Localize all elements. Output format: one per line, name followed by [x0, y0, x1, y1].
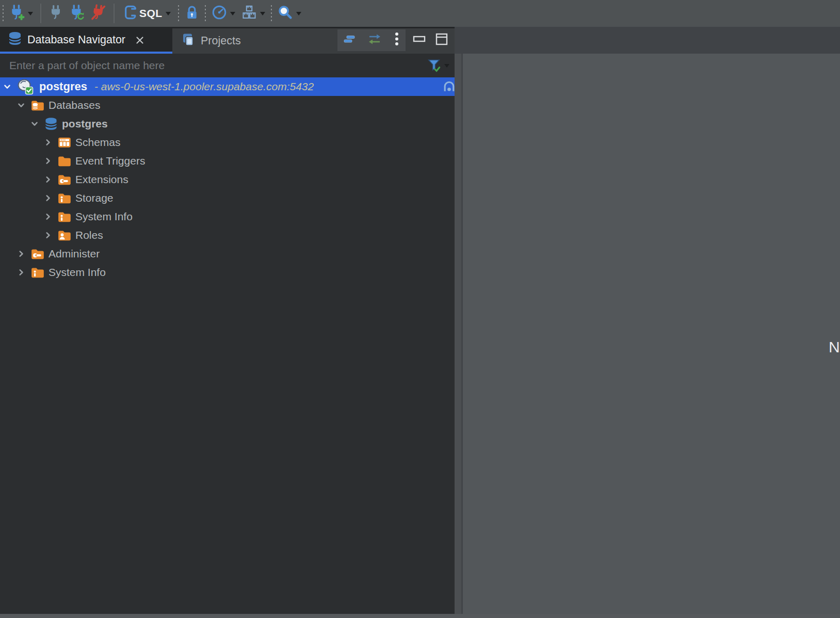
- sql-editor-button[interactable]: SQL: [120, 2, 174, 25]
- tree-item-label: Event Triggers: [75, 155, 145, 167]
- tree-item-connection-postgres[interactable]: postgres - aws-0-us-west-1.pooler.supaba…: [0, 77, 455, 96]
- connect-icon: [49, 5, 63, 22]
- dashboard-icon: [212, 5, 227, 22]
- tree-item-system-info-root[interactable]: System Info: [0, 263, 455, 282]
- database-navigator-icon: [7, 30, 23, 50]
- dropdown-arrow-icon[interactable]: [260, 12, 265, 15]
- schemas-icon: [57, 136, 73, 149]
- dashboard-button[interactable]: [208, 2, 238, 25]
- folder-wrench-icon: [30, 247, 46, 261]
- toolbar-grip-handle[interactable]: [177, 4, 180, 23]
- navigator-tree: postgres - aws-0-us-west-1.pooler.supaba…: [0, 77, 455, 282]
- tree-item-event-triggers[interactable]: Event Triggers: [0, 152, 455, 170]
- dropdown-arrow-icon[interactable]: [296, 12, 301, 15]
- toolbar-separator: [40, 4, 41, 23]
- search-icon: [278, 5, 293, 22]
- panel-resize-sash[interactable]: [455, 54, 463, 614]
- toolbar-grip-handle[interactable]: [204, 4, 207, 23]
- tree-item-administer[interactable]: Administer: [0, 245, 455, 263]
- maximize-icon[interactable]: [435, 32, 448, 46]
- tree-item-storage[interactable]: Storage: [0, 189, 455, 207]
- sql-editor-icon: [123, 5, 137, 22]
- chevron-right-icon[interactable]: [44, 231, 57, 239]
- postgresql-icon: [17, 78, 36, 95]
- new-connection-icon: [9, 4, 25, 23]
- tree-item-label: postgres: [62, 118, 108, 130]
- tree-item-databases[interactable]: Databases: [0, 96, 455, 115]
- object-filter-row: [0, 54, 455, 77]
- chevron-right-icon[interactable]: [44, 213, 57, 221]
- folder-info-icon: [57, 191, 73, 205]
- connection-name: postgres: [39, 80, 87, 93]
- tree-item-label: Administer: [49, 248, 100, 260]
- main-toolbar: SQL: [0, 0, 840, 27]
- tree-item-label: Schemas: [75, 136, 121, 149]
- disconnect-icon: [91, 4, 106, 23]
- chevron-right-icon[interactable]: [44, 138, 57, 147]
- tree-item-schemas[interactable]: Schemas: [0, 133, 455, 152]
- packages-button[interactable]: [238, 2, 268, 25]
- packages-icon: [241, 5, 257, 22]
- folder-user-icon: [57, 229, 73, 242]
- reconnect-icon: [69, 4, 85, 23]
- minimize-icon[interactable]: [413, 32, 426, 45]
- chevron-down-icon[interactable]: [3, 83, 17, 91]
- tree-item-postgres-database[interactable]: postgres: [0, 115, 455, 133]
- status-bar: [0, 614, 840, 618]
- projects-icon: [182, 32, 196, 50]
- dropdown-arrow-icon[interactable]: [230, 12, 235, 15]
- view-menu-icon[interactable]: [394, 31, 400, 49]
- folder-database-icon: [30, 99, 46, 112]
- chevron-right-icon[interactable]: [44, 157, 57, 165]
- lock-icon: [185, 5, 199, 22]
- editor-area: N: [463, 54, 840, 614]
- tab-database-navigator[interactable]: Database Navigator: [0, 28, 172, 54]
- lock-navigator-button[interactable]: [182, 2, 202, 25]
- chevron-right-icon[interactable]: [44, 194, 57, 202]
- chevron-right-icon[interactable]: [17, 250, 30, 258]
- folder-info-icon: [30, 266, 46, 279]
- tunnel-icon: [442, 79, 456, 96]
- toolbar-grip-handle[interactable]: [2, 4, 5, 23]
- tree-item-label: System Info: [49, 266, 106, 279]
- folder-wrench-icon: [57, 173, 73, 186]
- tree-item-label: System Info: [75, 210, 133, 223]
- database-icon: [44, 117, 59, 131]
- dropdown-arrow-icon[interactable]: [444, 64, 449, 68]
- tree-item-label: Storage: [75, 192, 114, 204]
- view-toolbar: [337, 29, 406, 51]
- chevron-right-icon[interactable]: [44, 175, 57, 184]
- folder-info-icon: [57, 210, 73, 223]
- filter-funnel-icon: [427, 58, 441, 73]
- dropdown-arrow-icon[interactable]: [166, 12, 171, 15]
- tree-item-label: Extensions: [75, 173, 128, 186]
- connect-button[interactable]: [45, 2, 66, 25]
- toolbar-grip-handle[interactable]: [270, 4, 273, 23]
- folder-icon: [57, 154, 73, 168]
- truncated-editor-text: N: [829, 338, 840, 356]
- tab-projects[interactable]: Projects: [172, 28, 248, 54]
- database-navigator-panel: postgres - aws-0-us-west-1.pooler.supaba…: [0, 54, 455, 614]
- disconnect-button[interactable]: [88, 2, 109, 25]
- chevron-down-icon[interactable]: [30, 120, 44, 128]
- filter-funnel-button[interactable]: [427, 58, 455, 73]
- search-button[interactable]: [274, 2, 304, 25]
- reconnect-button[interactable]: [66, 2, 88, 25]
- tree-item-roles[interactable]: Roles: [0, 226, 455, 245]
- dbeaver-window: SQL: [0, 0, 840, 618]
- sql-label: SQL: [139, 7, 163, 20]
- collapse-all-icon[interactable]: [343, 33, 356, 47]
- chevron-down-icon[interactable]: [17, 101, 30, 109]
- toolbar-separator: [114, 4, 115, 23]
- tree-item-label: Databases: [49, 99, 100, 111]
- new-connection-button[interactable]: [6, 2, 36, 25]
- dropdown-arrow-icon[interactable]: [28, 12, 33, 15]
- close-icon[interactable]: [135, 36, 144, 45]
- object-filter-input[interactable]: [0, 59, 427, 72]
- tab-label: Database Navigator: [27, 34, 125, 46]
- tree-item-system-info[interactable]: System Info: [0, 207, 455, 226]
- connection-host: - aws-0-us-west-1.pooler.supabase.com:54…: [94, 80, 314, 93]
- chevron-right-icon[interactable]: [17, 268, 30, 277]
- link-with-editor-icon[interactable]: [367, 32, 382, 48]
- tree-item-extensions[interactable]: Extensions: [0, 170, 455, 189]
